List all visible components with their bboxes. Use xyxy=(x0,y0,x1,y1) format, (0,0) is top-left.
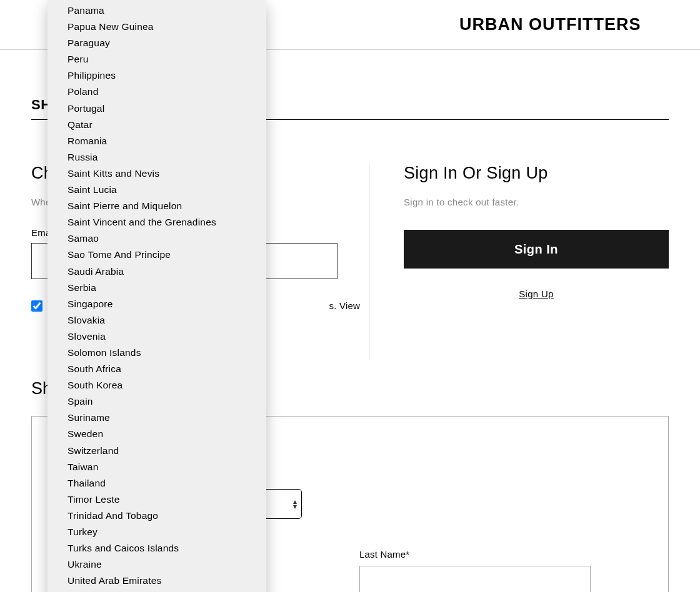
country-option[interactable]: Suriname xyxy=(48,410,266,426)
country-option[interactable]: Trinidad And Tobago xyxy=(48,508,266,524)
country-option[interactable]: Saint Lucia xyxy=(48,182,266,198)
country-option[interactable]: Singapore xyxy=(48,296,266,312)
country-option[interactable]: Panama xyxy=(48,2,266,19)
country-option[interactable]: Portugal xyxy=(48,101,266,117)
logo: URBAN OUTFITTERS xyxy=(459,15,641,34)
country-option[interactable]: Turks and Caicos Islands xyxy=(48,540,266,556)
country-option[interactable]: Poland xyxy=(48,84,266,100)
country-option[interactable]: Philippines xyxy=(48,67,266,84)
signup-link[interactable]: Sign Up xyxy=(404,289,669,299)
country-option[interactable]: Spain xyxy=(48,393,266,410)
country-dropdown-popup[interactable]: PanamaPapua New GuineaParaguayPeruPhilip… xyxy=(48,0,266,592)
country-option[interactable]: Timor Leste xyxy=(48,491,266,508)
country-option[interactable]: Saint Vincent and the Grenadines xyxy=(48,214,266,230)
country-option[interactable]: Sao Tome And Principe xyxy=(48,247,266,263)
country-option[interactable]: Saint Pierre and Miquelon xyxy=(48,198,266,214)
country-option[interactable]: Turkey xyxy=(48,524,266,540)
country-option[interactable]: Solomon Islands xyxy=(48,345,266,361)
country-option[interactable]: Slovenia xyxy=(48,328,266,345)
country-option[interactable]: Peru xyxy=(48,51,266,67)
country-option[interactable]: South Africa xyxy=(48,361,266,377)
last-name-input[interactable] xyxy=(359,566,591,592)
signin-button[interactable]: Sign In xyxy=(404,230,669,269)
country-option[interactable]: Paraguay xyxy=(48,35,266,51)
last-name-label: Last Name* xyxy=(359,549,642,560)
country-option[interactable]: Samao xyxy=(48,230,266,247)
country-option[interactable]: Sweden xyxy=(48,426,266,442)
country-option[interactable]: Slovakia xyxy=(48,312,266,328)
signin-subtext: Sign in to check out faster. xyxy=(404,197,669,207)
marketing-checkbox[interactable] xyxy=(31,300,42,312)
country-option[interactable]: Romania xyxy=(48,133,266,149)
country-option[interactable]: United Kingdom xyxy=(48,589,266,592)
signin-heading: Sign In Or Sign Up xyxy=(404,164,669,183)
country-option[interactable]: Ukraine xyxy=(48,556,266,573)
country-option[interactable]: Switzerland xyxy=(48,443,266,459)
country-option[interactable]: Saudi Arabia xyxy=(48,264,266,280)
country-option[interactable]: Papua New Guinea xyxy=(48,19,266,35)
country-option[interactable]: United Arab Emirates xyxy=(48,573,266,589)
country-option[interactable]: Taiwan xyxy=(48,459,266,475)
country-option[interactable]: Russia xyxy=(48,149,266,165)
country-option[interactable]: Thailand xyxy=(48,475,266,491)
country-option[interactable]: Serbia xyxy=(48,280,266,296)
country-option[interactable]: Saint Kitts and Nevis xyxy=(48,165,266,182)
country-option[interactable]: South Korea xyxy=(48,377,266,393)
country-option[interactable]: Qatar xyxy=(48,117,266,133)
